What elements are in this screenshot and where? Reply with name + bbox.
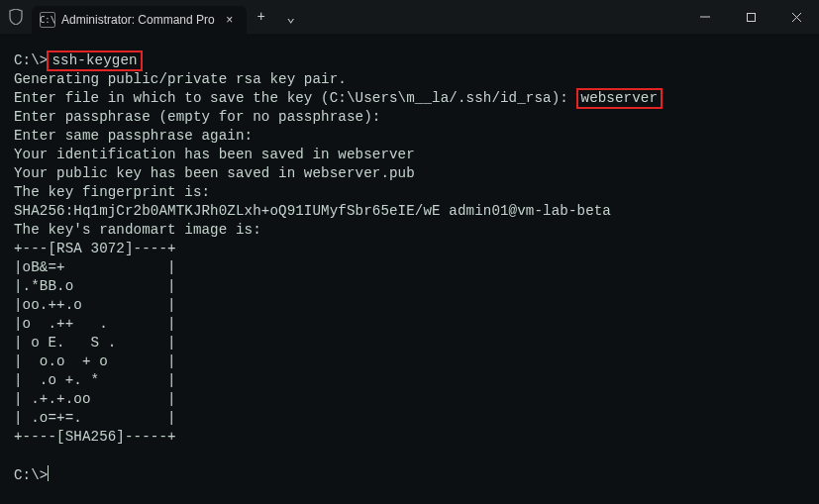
line-passphrase: Enter passphrase (empty for no passphras… [14, 109, 380, 125]
prompt: C:\> [14, 52, 48, 68]
titlebar-left: C:\ Administrator: Command Pro × + ⌄ [0, 0, 306, 34]
terminal-output[interactable]: C:\>ssh-keygen Generating public/private… [0, 34, 819, 504]
window-controls [682, 0, 819, 34]
minimize-button[interactable] [682, 0, 728, 34]
randomart-line: |o .++ . | [14, 316, 176, 332]
highlight-command: ssh-keygen [47, 50, 142, 71]
line-randomart-label: The key's randomart image is: [14, 222, 261, 238]
highlight-keyname: webserver [576, 88, 664, 109]
line-pub-saved: Your public key has been saved in webser… [14, 165, 415, 181]
terminal-window: C:\ Administrator: Command Pro × + ⌄ C:\… [0, 0, 819, 504]
cmd-icon: C:\ [40, 12, 55, 28]
line-generating: Generating public/private rsa key pair. [14, 71, 347, 87]
randomart-line: +----[SHA256]-----+ [14, 429, 176, 445]
randomart-line: | .o=+=. | [14, 410, 176, 426]
maximize-button[interactable] [728, 0, 773, 34]
randomart-line: | .+.+.oo | [14, 391, 176, 407]
svg-rect-1 [747, 13, 755, 21]
tab-title: Administrator: Command Pro [61, 13, 215, 27]
close-icon[interactable]: × [221, 11, 239, 29]
line-passphrase-again: Enter same passphrase again: [14, 128, 253, 144]
randomart-line: | o.o + o | [14, 353, 176, 369]
tab-dropdown-button[interactable]: ⌄ [276, 0, 306, 34]
shield-icon [0, 0, 32, 34]
new-tab-button[interactable]: + [247, 0, 276, 34]
line-fingerprint: SHA256:Hq1mjCr2b0AMTKJRh0ZLxh+oQ91IUMyfS… [14, 203, 611, 219]
randomart-line: |oo.++.o | [14, 297, 176, 313]
cursor-icon [48, 465, 49, 481]
prompt: C:\> [14, 467, 48, 483]
randomart-line: +---[RSA 3072]----+ [14, 241, 176, 256]
close-button[interactable] [773, 0, 819, 34]
tab-command-prompt[interactable]: C:\ Administrator: Command Pro × [32, 6, 247, 34]
randomart-line: |oB&=+ | [14, 259, 176, 275]
line-fingerprint-label: The key fingerprint is: [14, 184, 210, 200]
randomart-line: | .o +. * | [14, 372, 176, 388]
titlebar: C:\ Administrator: Command Pro × + ⌄ [0, 0, 819, 34]
randomart-line: | o E. S . | [14, 335, 176, 351]
line-id-saved: Your identification has been saved in we… [14, 147, 415, 162]
randomart-line: |.*BB.o | [14, 278, 176, 294]
line-enter-file: Enter file in which to save the key (C:\… [14, 90, 577, 106]
